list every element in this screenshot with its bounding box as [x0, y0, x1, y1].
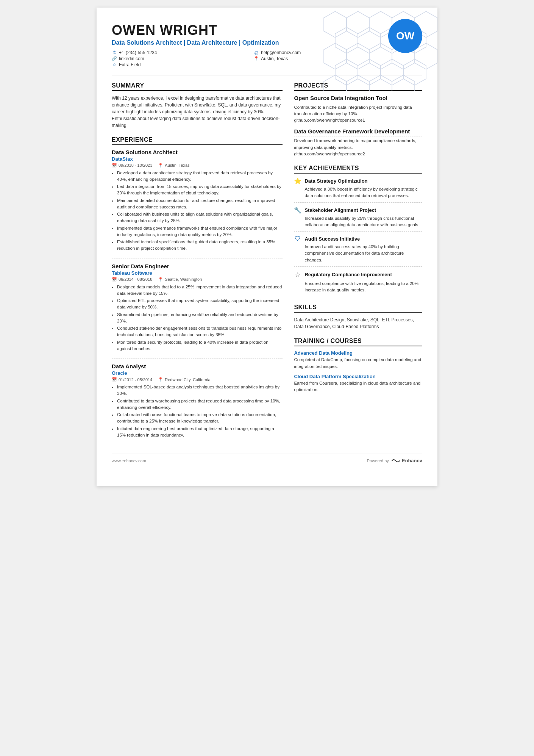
training-section: TRAINING / COURSES Advanced Data Modelin…	[294, 338, 422, 393]
training-title: TRAINING / COURSES	[294, 338, 422, 346]
skills-text: Data Architecture Design, Snowflake, SQL…	[294, 316, 422, 330]
job-1: Data Solutions Architect DataStax 📅 09/2…	[112, 149, 283, 252]
link-icon: 🔗	[112, 56, 117, 61]
job-3: Data Analyst Oracle 📅 01/2012 - 05/2014 …	[112, 363, 283, 438]
project-1-title: Open Source Data Integration Tool	[294, 95, 422, 103]
achievement-4-title: Regulatory Compliance Improvement	[304, 272, 392, 277]
summary-text: With 12 years experience, I excel in des…	[112, 95, 283, 129]
training-1-title: Advanced Data Modeling	[294, 350, 422, 356]
bullet: Developed a data architecture strategy t…	[117, 170, 283, 183]
job-3-date: 📅 01/2012 - 05/2014	[112, 377, 152, 382]
job-1-bullets: Developed a data architecture strategy t…	[112, 170, 283, 252]
achievement-1-header: ⭐ Data Strategy Optimization	[294, 177, 422, 185]
header-divider	[112, 75, 422, 75]
header-right: OW	[388, 23, 422, 53]
achievement-2: 🔧 Stakeholder Alignment Project Increase…	[294, 207, 422, 232]
bullet: Collaborated with business units to alig…	[117, 211, 283, 224]
training-2-desc: Earned from Coursera, specializing in cl…	[294, 380, 422, 393]
achievement-1-title: Data Strategy Optimization	[304, 178, 367, 184]
header: OWEN WRIGHT Data Solutions Architect | D…	[112, 23, 422, 67]
achievement-3-title: Audit Success Initiative	[304, 236, 360, 242]
job-2-company: Tableau Software	[112, 270, 283, 276]
header-left: OWEN WRIGHT Data Solutions Architect | D…	[112, 23, 388, 67]
training-2-title: Cloud Data Platform Specialization	[294, 374, 422, 379]
training-1-desc: Completed at DataCamp, focusing on compl…	[294, 357, 422, 370]
job-1-location: 📍 Austin, Texas	[158, 163, 189, 168]
job-2: Senior Data Engineer Tableau Software 📅 …	[112, 263, 283, 352]
training-1: Advanced Data Modeling Completed at Data…	[294, 350, 422, 370]
bullet: Led data integration from 15 sources, im…	[117, 183, 283, 197]
achievement-4-desc: Ensured compliance with five regulations…	[294, 280, 422, 294]
skills-title: SKILLS	[294, 304, 422, 313]
project-1: Open Source Data Integration Tool Contri…	[294, 95, 422, 124]
job-3-meta: 📅 01/2012 - 05/2014 📍 Redwood City, Cali…	[112, 377, 283, 382]
achievement-3-desc: Improved audit success rates by 40% by b…	[294, 244, 422, 263]
bullet: Implemented SQL-based data analysis tech…	[117, 384, 283, 397]
bullet: Designed data models that led to a 25% i…	[117, 284, 283, 297]
contact-extra: ☆ Extra Field	[112, 62, 246, 67]
project-2-desc: Developed framework adhering to major co…	[294, 138, 422, 157]
job-2-date: 📅 06/2014 - 08/2018	[112, 277, 152, 282]
project-2-title: Data Governance Framework Development	[294, 128, 422, 136]
job-1-meta: 📅 09/2018 - 10/2023 📍 Austin, Texas	[112, 163, 283, 168]
location-icon-2: 📍	[158, 277, 163, 282]
location-icon: 📍	[254, 56, 259, 61]
summary-title: SUMMARY	[112, 82, 283, 91]
achievement-4-header: ☆ Regulatory Compliance Improvement	[294, 271, 422, 279]
bullet: Monitored data security protocols, leadi…	[117, 339, 283, 352]
achievement-2-title: Stakeholder Alignment Project	[304, 207, 376, 213]
project-2: Data Governance Framework Development De…	[294, 128, 422, 157]
job-2-bullets: Designed data models that led to a 25% i…	[112, 284, 283, 352]
job-3-location: 📍 Redwood City, California	[158, 377, 210, 382]
bullet: Initiated data engineering best practice…	[117, 426, 283, 439]
calendar-icon: 📅	[112, 163, 117, 168]
footer-website: www.enhancv.com	[112, 459, 146, 463]
bullet: Maintained detailed documentation for ar…	[117, 197, 283, 211]
location-icon-3: 📍	[158, 377, 163, 382]
job-1-title: Data Solutions Architect	[112, 149, 283, 155]
avatar: OW	[388, 19, 422, 53]
summary-section: SUMMARY With 12 years experience, I exce…	[112, 82, 283, 129]
bullet: Streamlined data pipelines, enhancing wo…	[117, 311, 283, 325]
main-content: SUMMARY With 12 years experience, I exce…	[112, 82, 422, 446]
bullet: Implemented data governance frameworks t…	[117, 225, 283, 238]
job-3-title: Data Analyst	[112, 363, 283, 369]
experience-title: EXPERIENCE	[112, 136, 283, 145]
contact-location: 📍 Austin, Texas	[254, 56, 388, 61]
left-column: SUMMARY With 12 years experience, I exce…	[112, 82, 283, 446]
experience-section: EXPERIENCE Data Solutions Architect Data…	[112, 136, 283, 439]
achievement-4-icon: ☆	[294, 271, 301, 279]
achievement-1-icon: ⭐	[294, 177, 301, 185]
contact-phone: ✆ +1-(234)-555-1234	[112, 50, 246, 55]
projects-title: PROJECTS	[294, 82, 422, 91]
projects-section: PROJECTS Open Source Data Integration To…	[294, 82, 422, 158]
candidate-title: Data Solutions Architect | Data Architec…	[112, 39, 388, 46]
divider-2	[112, 358, 283, 358]
achievement-4: ☆ Regulatory Compliance Improvement Ensu…	[294, 271, 422, 297]
achievement-3: 🛡 Audit Success Initiative Improved audi…	[294, 235, 422, 267]
contact-grid: ✆ +1-(234)-555-1234 @ help@enhancv.com 🔗…	[112, 50, 388, 67]
bullet: Contributed to data warehousing projects…	[117, 398, 283, 411]
achievement-3-icon: 🛡	[294, 235, 301, 242]
job-1-date: 📅 09/2018 - 10/2023	[112, 163, 152, 168]
achievement-2-icon: 🔧	[294, 207, 301, 214]
job-1-company: DataStax	[112, 156, 283, 162]
footer: www.enhancv.com Powered by Enhancv	[112, 454, 422, 463]
contact-linkedin: 🔗 linkedin.com	[112, 56, 246, 61]
footer-brand: Powered by Enhancv	[367, 458, 422, 463]
achievement-1-desc: Achieved a 30% boost in efficiency by de…	[294, 186, 422, 199]
achievement-1: ⭐ Data Strategy Optimization Achieved a …	[294, 177, 422, 203]
calendar-icon-3: 📅	[112, 377, 117, 382]
contact-email: @ help@enhancv.com	[254, 50, 388, 55]
enhancv-logo-icon	[391, 458, 400, 463]
bullet: Conducted stakeholder engagement session…	[117, 325, 283, 338]
bullet: Optimized ETL processes that improved sy…	[117, 297, 283, 311]
job-2-title: Senior Data Engineer	[112, 263, 283, 269]
skills-section: SKILLS Data Architecture Design, Snowfla…	[294, 304, 422, 330]
achievements-title: KEY ACHIEVEMENTS	[294, 165, 422, 174]
job-2-meta: 📅 06/2014 - 08/2018 📍 Seattle, Washingto…	[112, 277, 283, 282]
job-3-bullets: Implemented SQL-based data analysis tech…	[112, 384, 283, 438]
candidate-name: OWEN WRIGHT	[112, 23, 388, 38]
achievement-3-header: 🛡 Audit Success Initiative	[294, 235, 422, 242]
bullet: Established technical specifications tha…	[117, 239, 283, 252]
